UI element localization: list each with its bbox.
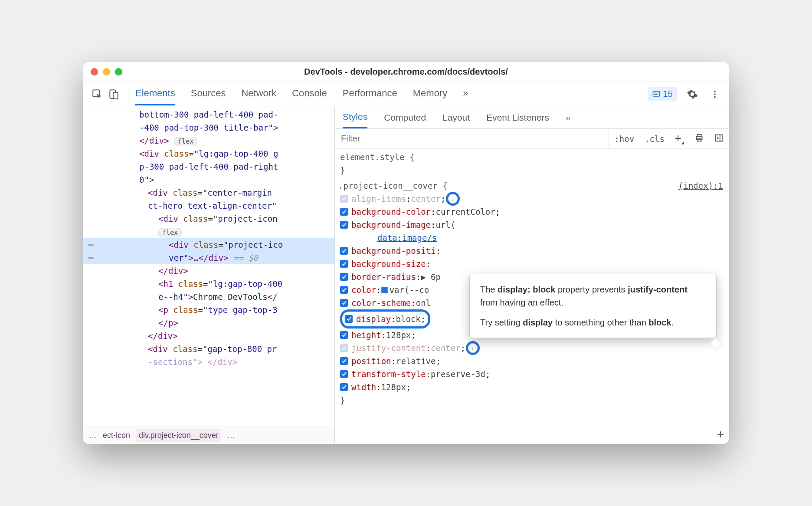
issues-badge[interactable]: 15: [648, 87, 677, 101]
prop-value[interactable]: ▶ 6p: [421, 270, 441, 283]
property-checkbox[interactable]: [340, 331, 348, 339]
prop-value[interactable]: url(: [435, 218, 455, 231]
css-property-row[interactable]: position: relative;: [338, 355, 729, 368]
settings-icon[interactable]: [685, 87, 700, 102]
titlebar: DevTools - developer.chrome.com/docs/dev…: [83, 62, 729, 82]
prop-name[interactable]: background-size: [351, 257, 426, 270]
css-property-row[interactable]: transform-style: preserve-3d;: [338, 368, 729, 381]
property-checkbox[interactable]: [340, 370, 348, 378]
property-checkbox[interactable]: [345, 315, 353, 323]
prop-name[interactable]: display: [356, 312, 391, 325]
property-checkbox[interactable]: [340, 195, 348, 203]
prop-value[interactable]: center: [411, 192, 441, 205]
tab-elements[interactable]: Elements: [135, 82, 175, 105]
cls-toggle[interactable]: .cls: [639, 134, 670, 144]
info-icon[interactable]: i: [448, 194, 458, 204]
svg-rect-10: [697, 134, 701, 136]
css-property-row[interactable]: background-color: currentColor;: [338, 205, 729, 218]
color-swatch-icon[interactable]: [381, 287, 388, 293]
inspect-icon[interactable]: [90, 87, 105, 102]
tab-performance[interactable]: Performance: [343, 82, 397, 105]
body: bottom-300 pad-left-400 pad- -400 pad-to…: [83, 106, 729, 444]
prop-value[interactable]: currentColor: [435, 205, 495, 218]
subtab-event-listeners[interactable]: Event Listeners: [486, 107, 549, 128]
svg-point-7: [714, 93, 716, 95]
tabs-overflow-icon[interactable]: »: [463, 82, 468, 105]
close-window-icon[interactable]: [91, 68, 98, 76]
prop-value[interactable]: var(--co: [390, 283, 429, 296]
kebab-menu-icon[interactable]: [707, 87, 722, 102]
prop-name[interactable]: background-image: [351, 218, 431, 231]
property-checkbox[interactable]: [340, 273, 348, 281]
tab-memory[interactable]: Memory: [413, 82, 447, 105]
prop-name[interactable]: color: [351, 283, 376, 296]
prop-value[interactable]: 128px: [386, 329, 411, 342]
prop-name[interactable]: background-color: [351, 205, 431, 218]
maximize-window-icon[interactable]: [115, 68, 122, 76]
prop-name[interactable]: align-items: [351, 192, 406, 205]
property-checkbox[interactable]: [340, 383, 348, 391]
prop-value[interactable]: onl: [416, 296, 431, 309]
property-checkbox[interactable]: [340, 299, 348, 307]
print-icon[interactable]: [689, 133, 709, 145]
property-checkbox[interactable]: [340, 221, 348, 229]
breadcrumb-prefix[interactable]: …: [89, 431, 97, 440]
flex-badge[interactable]: flex: [158, 228, 182, 237]
subtab-styles[interactable]: Styles: [343, 106, 367, 128]
filter-input[interactable]: [335, 129, 609, 148]
rule-source-link[interactable]: (index):1: [678, 179, 723, 192]
toggle-sidebar-icon[interactable]: [709, 133, 729, 145]
property-checkbox[interactable]: [340, 247, 348, 255]
property-checkbox[interactable]: [340, 260, 348, 268]
info-icon[interactable]: i: [468, 343, 478, 353]
url-value[interactable]: data:image/s: [351, 231, 437, 244]
subtabs-overflow-icon[interactable]: »: [566, 107, 571, 128]
css-property-row[interactable]: background-positi:: [338, 244, 729, 257]
breadcrumb-item[interactable]: ect-icon: [103, 431, 130, 440]
prop-value[interactable]: relative: [396, 355, 436, 368]
hov-toggle[interactable]: :hov: [609, 134, 639, 144]
dom-breadcrumb[interactable]: … ect-icon div.project-icon__cover …: [83, 427, 334, 444]
subtab-layout[interactable]: Layout: [442, 107, 470, 128]
prop-value[interactable]: center: [431, 342, 461, 355]
property-checkbox[interactable]: [340, 357, 348, 365]
property-checkbox[interactable]: [340, 208, 348, 216]
prop-value[interactable]: preserve-3d: [431, 368, 485, 381]
rule-selector[interactable]: .project-icon__cover {: [338, 179, 448, 192]
svg-rect-3: [653, 91, 659, 96]
css-property-row[interactable]: width: 128px;: [338, 381, 729, 394]
flex-badge[interactable]: flex: [174, 137, 197, 146]
tab-network[interactable]: Network: [241, 82, 276, 105]
css-property-row[interactable]: background-size:: [338, 257, 729, 270]
tab-sources[interactable]: Sources: [191, 82, 226, 105]
minimize-window-icon[interactable]: [103, 68, 110, 76]
prop-value[interactable]: block: [396, 312, 421, 325]
breadcrumb-suffix[interactable]: …: [227, 431, 235, 440]
prop-name[interactable]: width: [351, 381, 376, 394]
css-property-row[interactable]: align-items: center;i: [338, 192, 729, 205]
prop-name[interactable]: transform-style: [351, 368, 426, 381]
breadcrumb-item-active[interactable]: div.project-icon__cover: [136, 429, 221, 442]
prop-name[interactable]: border-radius: [351, 270, 416, 283]
subtab-computed[interactable]: Computed: [384, 107, 426, 128]
prop-value[interactable]: 128px: [381, 381, 406, 394]
dom-panel[interactable]: bottom-300 pad-left-400 pad- -400 pad-to…: [83, 106, 334, 444]
tab-console[interactable]: Console: [292, 82, 327, 105]
add-rule-icon[interactable]: +: [717, 427, 724, 440]
css-property-row[interactable]: background-image: url(: [338, 218, 729, 231]
property-checkbox[interactable]: [340, 344, 348, 352]
traffic-lights: [91, 68, 122, 76]
device-toggle-icon[interactable]: [106, 87, 121, 102]
prop-name[interactable]: color-scheme: [351, 296, 411, 309]
property-checkbox[interactable]: [340, 286, 348, 294]
prop-name[interactable]: justify-content: [351, 342, 426, 355]
prop-name[interactable]: position: [351, 355, 391, 368]
css-property-row[interactable]: data:image/s: [338, 231, 729, 244]
prop-name[interactable]: background-positi: [351, 244, 435, 257]
css-property-row[interactable]: justify-content: center;i: [338, 342, 729, 355]
selected-dom-node[interactable]: ▶<div class="project-ico: [83, 238, 334, 251]
prop-name[interactable]: height: [351, 329, 381, 342]
element-style-selector[interactable]: element.style {: [338, 151, 729, 164]
new-rule-icon[interactable]: +◢: [670, 132, 689, 145]
rules-area[interactable]: element.style { } .project-icon__cover {…: [335, 149, 729, 444]
